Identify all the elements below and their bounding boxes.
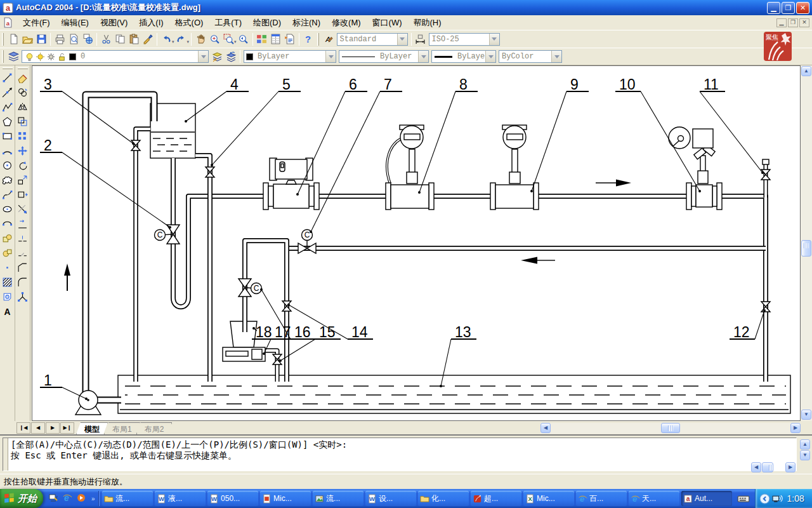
chevron-down-icon[interactable]: [551, 51, 561, 62]
minimize-button[interactable]: ▁: [767, 2, 780, 14]
taskbar-button-流...[interactable]: 流...: [313, 491, 363, 506]
show-desktop-icon[interactable]: [48, 493, 60, 504]
move-icon[interactable]: [16, 144, 30, 157]
menu-格式(O)[interactable]: 格式(O): [169, 15, 209, 30]
layer-combo[interactable]: 0: [22, 50, 209, 63]
redo-icon[interactable]: [174, 32, 188, 46]
toolbar-grip[interactable]: [317, 33, 319, 46]
chevron-down-icon[interactable]: [489, 34, 499, 45]
horizontal-scrollbar[interactable]: ◀ ▶: [540, 423, 801, 434]
scrollbar-thumb[interactable]: [801, 240, 811, 257]
polygon-icon[interactable]: [1, 114, 15, 128]
linetype-combo[interactable]: ByLayer: [339, 50, 429, 63]
taskbar-button-化...[interactable]: 化...: [418, 491, 469, 506]
line-icon[interactable]: [1, 70, 15, 84]
dim-style-icon[interactable]: [414, 32, 428, 46]
drawing-canvas[interactable]: C C C: [32, 65, 801, 421]
scrollbar-thumb[interactable]: [661, 423, 680, 433]
menu-编辑(E)[interactable]: 编辑(E): [56, 15, 95, 30]
toolbar-grip[interactable]: [2, 50, 4, 63]
start-button[interactable]: 开始: [0, 489, 43, 508]
taskbar-button-超...[interactable]: 超...: [471, 491, 521, 506]
make-block-icon[interactable]: [1, 246, 15, 260]
copy-object-icon[interactable]: [16, 85, 30, 99]
tab-prev-button[interactable]: ◀: [31, 422, 45, 434]
polyline-icon[interactable]: [1, 100, 15, 114]
multiline-text-icon[interactable]: A: [1, 304, 15, 318]
new-file-icon[interactable]: [6, 32, 20, 46]
insert-block-icon[interactable]: [1, 231, 15, 245]
child-close-button[interactable]: ✕: [799, 18, 809, 27]
menu-绘图(D)[interactable]: 绘图(D): [247, 15, 287, 30]
network-icon[interactable]: [772, 493, 783, 504]
taskbar-button-流...[interactable]: 流...: [102, 491, 153, 506]
quick-launch-chevron-icon[interactable]: »: [90, 495, 96, 502]
rotate-icon[interactable]: [16, 158, 30, 172]
taskbar-button-百...[interactable]: e百...: [576, 491, 627, 506]
zoom-realtime-icon[interactable]: [207, 32, 221, 46]
tab-next-button[interactable]: ▶: [46, 422, 60, 434]
scroll-left-icon[interactable]: ◀: [540, 423, 551, 433]
layers-icon[interactable]: [6, 50, 20, 64]
cut-icon[interactable]: [99, 32, 113, 46]
open-file-icon[interactable]: [20, 32, 34, 46]
internet-explorer-icon[interactable]: e: [62, 493, 74, 504]
chamfer-icon[interactable]: [16, 260, 30, 274]
tab-布局2[interactable]: 布局2: [136, 422, 173, 434]
menu-窗口(W)[interactable]: 窗口(W): [367, 15, 408, 30]
chevron-down-icon[interactable]: [485, 51, 495, 62]
save-icon[interactable]: [34, 32, 48, 46]
scroll-down-icon[interactable]: ▼: [800, 450, 810, 460]
zoom-previous-icon[interactable]: [237, 32, 251, 46]
scroll-right-icon[interactable]: ▶: [790, 423, 801, 433]
spline-icon[interactable]: [1, 187, 15, 201]
plot-icon[interactable]: [53, 32, 67, 46]
chevron-down-icon[interactable]: [325, 51, 336, 62]
dim-style-combo[interactable]: ISO-25: [429, 33, 500, 46]
taskbar-button-液...[interactable]: W液...: [155, 491, 206, 506]
explode-icon[interactable]: [16, 290, 30, 304]
sheet-set-manager-icon[interactable]: [283, 32, 297, 46]
tab-first-button[interactable]: ❙◀: [16, 422, 30, 434]
extend-icon[interactable]: [16, 217, 30, 231]
offset-icon[interactable]: [16, 114, 30, 128]
hide-icons-chevron-icon[interactable]: [759, 493, 770, 504]
text-style-icon[interactable]: A: [322, 32, 336, 46]
scroll-right-icon[interactable]: ▶: [785, 462, 796, 472]
taskbar-button-Mic...[interactable]: XMic...: [523, 491, 574, 506]
taskbar-button-设...[interactable]: W设...: [365, 491, 416, 506]
scroll-up-icon[interactable]: ▲: [800, 439, 810, 450]
menu-标注(N)[interactable]: 标注(N): [287, 15, 326, 30]
text-style-combo[interactable]: Standard: [337, 33, 408, 46]
break-at-point-icon[interactable]: [16, 231, 30, 245]
circle-icon[interactable]: [1, 158, 15, 172]
match-properties-icon[interactable]: [141, 32, 155, 46]
publish-to-web-icon[interactable]: [81, 32, 95, 46]
close-button[interactable]: ✕: [796, 2, 809, 14]
scale-icon[interactable]: [16, 173, 30, 187]
chevron-down-icon[interactable]: [418, 51, 428, 62]
taskbar-button-Mic...[interactable]: Mic...: [260, 491, 311, 506]
trim-icon[interactable]: [16, 202, 30, 216]
command-text[interactable]: [全部(A)/中心点(C)/动态(D)/范围(E)/上一个(P)/比例(S)/窗…: [8, 438, 350, 471]
properties-icon[interactable]: [269, 32, 283, 46]
paste-icon[interactable]: [127, 32, 141, 46]
ellipse-arc-icon[interactable]: [1, 217, 15, 231]
menu-视图(V)[interactable]: 视图(V): [95, 15, 133, 30]
scroll-up-icon[interactable]: ▲: [801, 66, 811, 76]
point-icon[interactable]: [1, 260, 15, 274]
keyboard-icon[interactable]: [737, 492, 750, 505]
rectangle-icon[interactable]: [1, 129, 15, 143]
designcenter-icon[interactable]: [255, 32, 269, 46]
menu-工具(T)[interactable]: 工具(T): [209, 15, 247, 30]
scroll-left-icon[interactable]: ◀: [751, 462, 761, 472]
stretch-icon[interactable]: [16, 187, 30, 201]
taskbar-button-050...[interactable]: W050...: [207, 491, 258, 506]
tab-布局1[interactable]: 布局1: [104, 422, 140, 434]
chevron-down-icon[interactable]: [198, 51, 208, 62]
plot-style-combo[interactable]: ByColor: [499, 50, 562, 63]
lineweight-combo[interactable]: ByLayer: [431, 50, 496, 63]
menu-文件(F)[interactable]: 文件(F): [17, 15, 56, 30]
scroll-down-icon[interactable]: ▼: [801, 410, 811, 420]
hatch-icon[interactable]: [1, 275, 15, 289]
